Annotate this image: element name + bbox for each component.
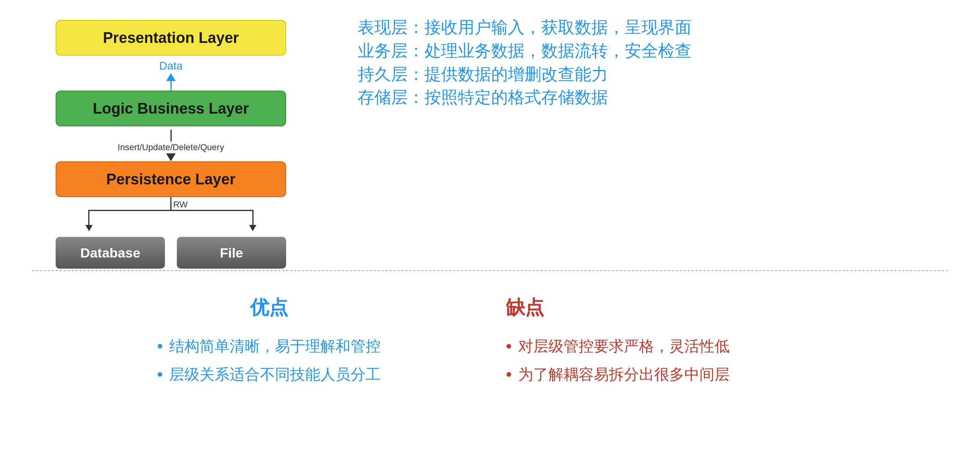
query-arrow-head: [166, 153, 176, 161]
pros-item-1: 结构简单清晰，易于理解和管控: [157, 336, 381, 356]
business-description: 业务层：处理业务数据，数据流转，安全检查: [358, 39, 948, 63]
persistence-description: 持久层：提供数据的增删改查能力: [358, 63, 948, 86]
cons-column: 缺点 对层级管控要求严格，灵活性低 为了解耦容易拆分出很多中间层: [474, 295, 916, 441]
rw-horizontal-line: [88, 210, 254, 211]
pros-column: 优点 结构简单清晰，易于理解和管控 层级关系适合不同技能人员分工: [64, 295, 474, 441]
diagram-area: Presentation Layer Data Logic Business L…: [32, 16, 310, 269]
pros-title: 优点: [250, 295, 288, 320]
rw-label: RW: [173, 199, 188, 210]
storage-description: 存储层：按照特定的格式存储数据: [358, 86, 948, 109]
file-box: File: [177, 237, 286, 269]
rw-fork-area: RW: [56, 197, 286, 237]
rw-left-arrow: [85, 225, 93, 231]
data-arrow-label: Data: [159, 60, 182, 72]
data-arrow-head: [166, 73, 176, 81]
persistence-layer-box: Persistence Layer: [56, 161, 286, 197]
bottom-section: 优点 结构简单清晰，易于理解和管控 层级关系适合不同技能人员分工 缺点 对层级管…: [0, 271, 980, 457]
cons-list: 对层级管控要求严格，灵活性低 为了解耦容易拆分出很多中间层: [506, 336, 730, 393]
rw-right-arrow: [249, 225, 256, 231]
presentation-description: 表现层：接收用户输入，获取数据，呈现界面: [358, 16, 948, 39]
data-arrow-line: [170, 81, 172, 91]
business-layer-label: Logic Business Layer: [93, 100, 249, 117]
persistence-layer-label: Persistence Layer: [106, 171, 235, 188]
presentation-layer-box: Presentation Layer: [56, 20, 286, 56]
pros-list: 结构简单清晰，易于理解和管控 层级关系适合不同技能人员分工: [157, 336, 381, 393]
query-arrow-line: [170, 130, 172, 141]
query-arrow-connector: Insert/Update/Delete/Query: [56, 126, 286, 161]
business-layer-box: Logic Business Layer: [56, 91, 286, 126]
cons-title: 缺点: [506, 295, 544, 320]
cons-item-1: 对层级管控要求严格，灵活性低: [506, 336, 730, 356]
top-section: Presentation Layer Data Logic Business L…: [0, 0, 980, 270]
storage-row: Database File: [56, 237, 286, 269]
database-box: Database: [56, 237, 165, 269]
data-arrow-connector: Data: [56, 56, 286, 91]
file-label: File: [220, 245, 243, 261]
rw-line-top: [170, 197, 172, 210]
description-area: 表现层：接收用户输入，获取数据，呈现界面 业务层：处理业务数据，数据流转，安全检…: [310, 16, 948, 109]
pros-item-2: 层级关系适合不同技能人员分工: [157, 364, 381, 385]
database-label: Database: [80, 245, 140, 261]
main-container: Presentation Layer Data Logic Business L…: [0, 0, 980, 457]
presentation-layer-label: Presentation Layer: [103, 29, 239, 46]
query-arrow-label: Insert/Update/Delete/Query: [118, 142, 224, 153]
cons-item-2: 为了解耦容易拆分出很多中间层: [506, 364, 730, 385]
